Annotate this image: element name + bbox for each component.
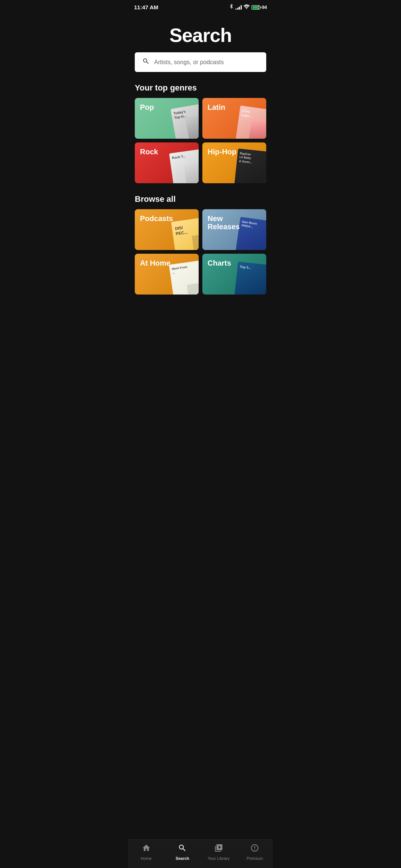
battery-icon <box>251 5 260 10</box>
genre-label-rock: Rock <box>140 148 158 156</box>
bluetooth-icon <box>229 4 234 11</box>
album-art-podcasts: DIS/PEC... <box>171 218 199 250</box>
genre-img-latin: ¡VivaLatin... <box>228 102 266 139</box>
search-bar-icon <box>142 57 150 67</box>
battery-text: 94 <box>262 5 267 10</box>
wifi-icon <box>244 4 250 10</box>
genre-label-hiphop: Hip-Hop <box>208 148 237 156</box>
genre-label-pop: Pop <box>140 103 154 111</box>
album-art-pop: Today'sTop H... <box>170 104 199 139</box>
genre-card-pop[interactable]: Pop Today'sTop H... <box>135 98 199 139</box>
genre-label-latin: Latin <box>208 103 225 111</box>
genre-card-hiphop[interactable]: Hip-Hop RapCavLil Baby& Gunn... <box>202 142 266 183</box>
page-header: Search <box>128 13 273 52</box>
genre-card-newreleases[interactable]: New Releases New MusicFRIDA... <box>202 209 266 250</box>
genre-card-rock[interactable]: Rock Rock T... <box>135 142 199 183</box>
album-art-rock: Rock T... <box>169 149 199 183</box>
genre-card-athome[interactable]: At Home Work From... <box>135 254 199 295</box>
genre-label-athome: At Home <box>140 259 170 267</box>
album-art-newreleases: New MusicFRIDA... <box>235 217 266 250</box>
genre-img-pop: Today'sTop H... <box>160 102 199 139</box>
top-genres-grid: Pop Today'sTop H... Latin ¡VivaLatin... <box>128 98 273 191</box>
browse-all-title: Browse all <box>128 191 273 209</box>
genre-img-charts: Top 5... <box>228 258 266 295</box>
genre-label-charts: Charts <box>208 259 231 267</box>
album-art-hiphop: RapCavLil Baby& Gunn... <box>234 148 266 183</box>
album-art-athome: Work From... <box>169 260 199 295</box>
album-art-latin: ¡VivaLatin... <box>235 105 266 139</box>
status-icons: 94 <box>229 4 267 11</box>
genre-label-newreleases: New Releases <box>208 214 240 231</box>
genre-card-podcasts[interactable]: Podcasts DIS/PEC... <box>135 209 199 250</box>
browse-all-section: Browse all Podcasts DIS/PEC... New Relea… <box>128 191 273 302</box>
genre-img-rock: Rock T... <box>160 147 199 183</box>
genre-label-podcasts: Podcasts <box>140 214 173 223</box>
page-title: Search <box>136 24 265 46</box>
search-bar[interactable]: Artists, songs, or podcasts <box>135 52 266 72</box>
genre-card-latin[interactable]: Latin ¡VivaLatin... <box>202 98 266 139</box>
top-genres-section: Your top genres Pop Today'sTop H... Lati… <box>128 79 273 191</box>
signal-icon <box>235 5 242 10</box>
status-bar: 11:47 AM <box>128 0 273 13</box>
search-placeholder: Artists, songs, or podcasts <box>154 59 224 66</box>
genre-card-charts[interactable]: Charts Top 5... <box>202 254 266 295</box>
top-genres-title: Your top genres <box>128 79 273 98</box>
browse-all-grid: Podcasts DIS/PEC... New Releases New Mus… <box>128 209 273 302</box>
time: 11:47 AM <box>134 4 158 10</box>
search-bar-container: Artists, songs, or podcasts <box>128 52 273 79</box>
album-art-charts: Top 5... <box>234 262 266 295</box>
